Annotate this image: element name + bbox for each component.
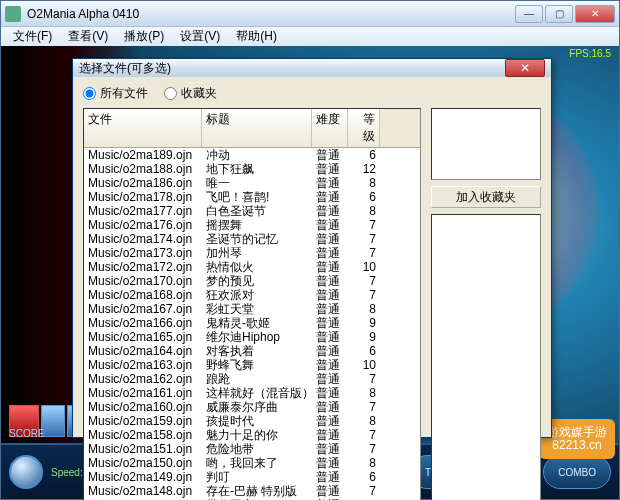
list-item[interactable]: Music/o2ma163.ojn野蜂飞舞普通10: [84, 358, 420, 372]
list-item[interactable]: Music/o2ma168.ojn狂欢派对普通7: [84, 288, 420, 302]
close-button[interactable]: ✕: [575, 5, 615, 23]
score-label: SCORE: [9, 428, 45, 439]
list-header: 文件 标题 难度 等级: [84, 109, 420, 148]
list-item[interactable]: Music/o2ma148.ojn存在-巴赫 特别版普通7: [84, 484, 420, 498]
volume-knob[interactable]: [9, 455, 43, 489]
radio-all-files[interactable]: 所有文件: [83, 85, 148, 102]
list-item[interactable]: Music/o2ma172.ojn热情似火普通10: [84, 260, 420, 274]
list-item[interactable]: Music/o2ma151.ojn危险地带普通7: [84, 442, 420, 456]
menu-item[interactable]: 播放(P): [116, 26, 172, 47]
minimize-button[interactable]: —: [515, 5, 543, 23]
menu-item[interactable]: 文件(F): [5, 26, 60, 47]
list-item[interactable]: Music/o2ma165.ojn维尔迪Hiphop普通9: [84, 330, 420, 344]
list-item[interactable]: Music/o2ma177.ojn白色圣诞节普通8: [84, 204, 420, 218]
list-item[interactable]: Music/o2ma173.ojn加州琴普通7: [84, 246, 420, 260]
dialog-titlebar: 选择文件(可多选) ✕: [73, 59, 551, 77]
list-item[interactable]: Music/o2ma149.ojn判叮普通6: [84, 470, 420, 484]
col-header-difficulty[interactable]: 难度: [312, 109, 348, 147]
file-list[interactable]: 文件 标题 难度 等级 Music/o2ma189.ojn冲动普通6Music/…: [83, 108, 421, 500]
radio-favorites[interactable]: 收藏夹: [164, 85, 217, 102]
watermark-line2: 82213.cn: [552, 439, 601, 452]
maximize-button[interactable]: ▢: [545, 5, 573, 23]
list-body[interactable]: Music/o2ma189.ojn冲动普通6Music/o2ma188.ojn地…: [84, 148, 420, 500]
fps-counter: FPS:16.5: [569, 48, 611, 59]
source-radio-group: 所有文件 收藏夹: [83, 85, 541, 102]
window-title: O2Mania Alpha 0410: [27, 7, 515, 21]
dialog-body: 所有文件 收藏夹 文件 标题 难度 等级 Music/o2ma189.ojn冲动…: [73, 77, 551, 500]
list-item[interactable]: Music/o2ma174.ojn圣诞节的记忆普通7: [84, 232, 420, 246]
list-item[interactable]: Music/o2ma161.ojn这样就好（混音版）普通8: [84, 386, 420, 400]
menu-item[interactable]: 设置(V): [172, 26, 228, 47]
list-item[interactable]: Music/o2ma170.ojn梦的预见普通7: [84, 274, 420, 288]
side-panel: 加入收藏夹: [431, 108, 541, 500]
titlebar: O2Mania Alpha 0410 — ▢ ✕: [1, 1, 619, 27]
col-header-level[interactable]: 等级: [348, 109, 380, 147]
add-favorite-button[interactable]: 加入收藏夹: [431, 186, 541, 208]
list-item[interactable]: Music/o2ma159.ojn孩提时代普通8: [84, 414, 420, 428]
list-item[interactable]: Music/o2ma188.ojn地下狂飙普通12: [84, 162, 420, 176]
combo-indicator: COMBO: [543, 455, 611, 489]
list-item[interactable]: Music/o2ma160.ojn威廉泰尔序曲普通7: [84, 400, 420, 414]
favorites-list[interactable]: [431, 214, 541, 500]
list-item[interactable]: Music/o2ma166.ojn鬼精灵-歌姬普通9: [84, 316, 420, 330]
menu-item[interactable]: 帮助(H): [228, 26, 285, 47]
list-item[interactable]: Music/o2ma162.ojn踉跄普通7: [84, 372, 420, 386]
dialog-title: 选择文件(可多选): [79, 60, 505, 77]
list-item[interactable]: Music/o2ma189.ojn冲动普通6: [84, 148, 420, 162]
list-item[interactable]: Music/o2ma158.ojn魅力十足的你普通7: [84, 428, 420, 442]
list-item[interactable]: Music/o2ma186.ojn唯一普通8: [84, 176, 420, 190]
menubar: 文件(F)查看(V)播放(P)设置(V)帮助(H): [1, 27, 619, 47]
col-header-file[interactable]: 文件: [84, 109, 202, 147]
list-item[interactable]: Music/o2ma167.ojn彩虹天堂普通8: [84, 302, 420, 316]
list-item[interactable]: Music/o2ma164.ojn对客执着普通6: [84, 344, 420, 358]
menu-item[interactable]: 查看(V): [60, 26, 116, 47]
dialog-close-button[interactable]: ✕: [505, 59, 545, 77]
preview-box: [431, 108, 541, 180]
file-select-dialog: 选择文件(可多选) ✕ 所有文件 收藏夹 文件 标题 难度 等级 Music/o…: [72, 58, 552, 438]
list-item[interactable]: Music/o2ma176.ojn摇摆舞普通7: [84, 218, 420, 232]
list-item[interactable]: Music/o2ma178.ojn飞吧！喜鹊!普通6: [84, 190, 420, 204]
list-item[interactable]: Music/o2ma150.ojn哟，我回来了普通8: [84, 456, 420, 470]
window-controls: — ▢ ✕: [515, 5, 615, 23]
col-header-title[interactable]: 标题: [202, 109, 312, 147]
app-icon: [5, 6, 21, 22]
